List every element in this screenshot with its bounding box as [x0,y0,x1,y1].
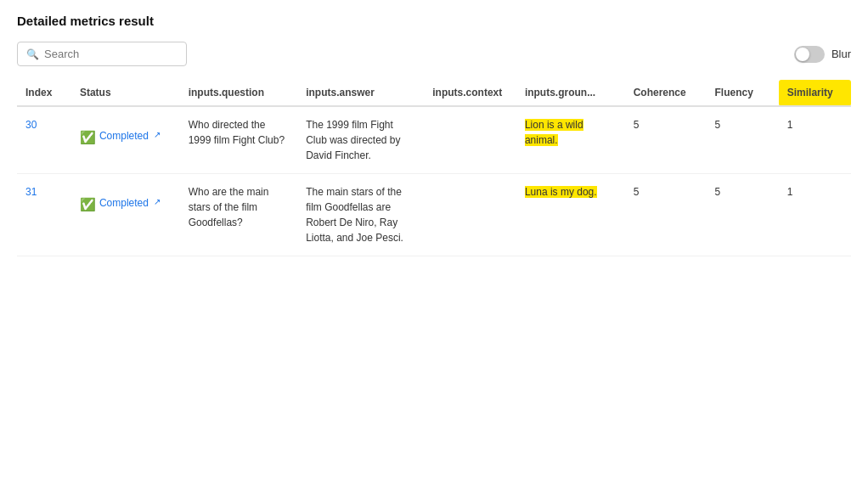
cell-coherence: 5 [625,106,707,174]
cell-ground: Luna is my dog. [516,174,625,256]
cell-context [424,174,516,256]
table-row: 30✅Completed↗Who directed the 1999 film … [17,106,851,174]
highlighted-ground: Lion is a wild animal. [525,119,583,146]
col-header-ground: inputs.groun... [516,80,625,106]
cell-ground: Lion is a wild animal. [516,106,625,174]
col-header-status: Status [71,80,180,106]
check-icon: ✅ [80,128,96,148]
table-body: 30✅Completed↗Who directed the 1999 film … [17,106,851,256]
blur-toggle-container: Blur [794,46,851,63]
col-header-fluency: Fluency [707,80,779,106]
external-link-icon[interactable]: ↗ [154,128,161,141]
cell-answer: The 1999 film Fight Club was directed by… [297,106,424,174]
toolbar: 🔍 Blur [17,42,851,66]
col-header-context: inputs.context [424,80,516,106]
cell-index: 30 [17,106,71,174]
cell-coherence: 5 [625,174,707,256]
blur-label: Blur [831,48,851,60]
check-icon: ✅ [80,195,96,215]
cell-fluency: 5 [707,174,779,256]
col-header-similarity: Similarity [779,80,851,106]
col-header-answer: inputs.answer [297,80,424,106]
cell-question: Who are the main stars of the film Goodf… [180,174,297,256]
cell-answer: The main stars of the film Goodfellas ar… [297,174,424,256]
cell-status: ✅Completed↗ [71,106,180,174]
col-header-question: inputs.question [180,80,297,106]
highlighted-ground: Luna is my dog. [525,186,597,198]
col-header-coherence: Coherence [625,80,707,106]
status-label: Completed [99,195,149,211]
cell-status: ✅Completed↗ [71,174,180,256]
blur-toggle[interactable] [794,46,825,63]
cell-question: Who directed the 1999 film Fight Club? [180,106,297,174]
page-container: Detailed metrics result 🔍 Blur Index Sta… [0,0,868,270]
search-box[interactable]: 🔍 [17,42,187,66]
cell-similarity: 1 [779,106,851,174]
table-row: 31✅Completed↗Who are the main stars of t… [17,174,851,256]
status-label: Completed [99,128,149,144]
cell-similarity: 1 [779,174,851,256]
results-table: Index Status inputs.question inputs.answ… [17,80,851,256]
col-header-index: Index [17,80,71,106]
search-input[interactable] [44,48,178,60]
toggle-thumb [796,48,809,61]
cell-index: 31 [17,174,71,256]
cell-context [424,106,516,174]
table-header: Index Status inputs.question inputs.answ… [17,80,851,106]
search-icon: 🔍 [26,48,39,60]
page-title: Detailed metrics result [17,14,851,28]
external-link-icon[interactable]: ↗ [154,195,161,208]
cell-fluency: 5 [707,106,779,174]
